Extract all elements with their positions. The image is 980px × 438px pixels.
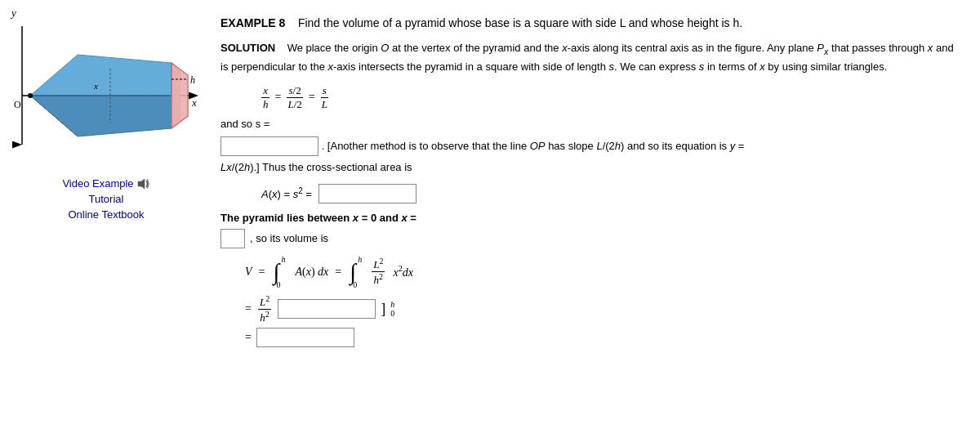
x-squared-dx: x2dx bbox=[393, 264, 412, 279]
frac-L2-h2-eval: L2 h2 bbox=[258, 294, 271, 325]
sidebar-links: Video Example Tutorial Online Textbook bbox=[62, 177, 149, 221]
s-value-input[interactable] bbox=[220, 136, 318, 156]
frac1-denom: h bbox=[261, 98, 270, 111]
x-eq-input-line: , so its volume is bbox=[220, 229, 956, 248]
area-label: A(x) = s2 = bbox=[261, 186, 312, 200]
int-lower-2: 0 bbox=[353, 280, 357, 289]
svg-text:x: x bbox=[191, 96, 197, 109]
eval-limits: h 0 bbox=[390, 300, 394, 318]
y-axis-label: y bbox=[11, 7, 16, 20]
right-panel: EXAMPLE 8 Find the volume of a pyramid w… bbox=[212, 0, 980, 438]
int-upper-1: h bbox=[281, 255, 285, 264]
example-title: EXAMPLE 8 Find the volume of a pyramid w… bbox=[220, 15, 956, 32]
example-number: EXAMPLE 8 bbox=[220, 16, 285, 29]
frac1-numer: x bbox=[261, 84, 270, 98]
svg-marker-10 bbox=[172, 63, 188, 128]
volume-section: V = h ∫ 0 A(x) dx = h ∫ 0 L2 h2 x2dx bbox=[245, 255, 956, 348]
tutorial-link[interactable]: Tutorial bbox=[89, 193, 124, 205]
example-problem: Find the volume of a pyramid whose base … bbox=[298, 16, 742, 29]
solution-paragraph: SOLUTION We place the origin O at the ve… bbox=[220, 40, 956, 76]
video-example-anchor[interactable]: Video Example bbox=[62, 177, 133, 190]
integral-line-1: V = h ∫ 0 A(x) dx = h ∫ 0 L2 h2 x2dx bbox=[245, 255, 956, 289]
bracket-note: . [Another method is to observe that the… bbox=[322, 140, 745, 152]
eval-input[interactable] bbox=[278, 299, 376, 319]
eval-bracket: ] bbox=[381, 301, 385, 318]
s-equals-input-line: . [Another method is to observe that the… bbox=[220, 136, 956, 157]
lx-note: Lx/(2h).] Thus the cross-sectional area … bbox=[220, 158, 956, 177]
final-line: = bbox=[245, 328, 956, 347]
left-panel: y x O bbox=[0, 0, 212, 438]
svg-text:x: x bbox=[93, 81, 98, 91]
svg-marker-6 bbox=[30, 55, 172, 96]
frac2-denom: L/2 bbox=[286, 98, 303, 111]
eq1: = bbox=[275, 91, 282, 104]
x-upper-input[interactable] bbox=[220, 229, 245, 248]
svg-point-16 bbox=[28, 93, 33, 98]
and-so-s-label: and so s = bbox=[220, 118, 956, 130]
fraction-s-L: s L bbox=[320, 84, 329, 111]
speaker-icon bbox=[137, 178, 150, 190]
eval-line: = L2 h2 ] h 0 bbox=[245, 294, 956, 325]
svg-text:O: O bbox=[14, 99, 21, 110]
online-textbook-link[interactable]: Online Textbook bbox=[69, 208, 145, 221]
solution-label: SOLUTION bbox=[220, 42, 275, 54]
svg-text:h: h bbox=[190, 74, 195, 86]
svg-marker-7 bbox=[30, 96, 172, 136]
area-value-input[interactable] bbox=[318, 184, 416, 203]
fraction-equation: x h = s/2 L/2 = s L bbox=[261, 84, 956, 111]
solution-text1: We place the origin O at the vertex of t… bbox=[220, 42, 954, 73]
final-answer-input[interactable] bbox=[256, 328, 354, 347]
video-example-link[interactable]: Video Example bbox=[62, 177, 149, 190]
frac-L2-h2: L2 h2 bbox=[372, 257, 385, 288]
fraction-s2-L2: s/2 L/2 bbox=[286, 84, 303, 111]
int-lower-1: 0 bbox=[276, 280, 280, 289]
int-upper-2: h bbox=[358, 255, 362, 264]
pyramid-lies-line: The pyramid lies between x = 0 and x = bbox=[220, 212, 956, 224]
so-volume-label: , so its volume is bbox=[250, 232, 328, 244]
fraction-x-h: x h bbox=[261, 84, 270, 111]
area-equation-line: A(x) = s2 = bbox=[261, 184, 956, 203]
pyramid-diagram: x O h x bbox=[12, 18, 200, 161]
frac2-numer: s/2 bbox=[287, 84, 302, 98]
svg-marker-18 bbox=[138, 179, 145, 189]
v-equals: V bbox=[245, 266, 252, 279]
frac3-denom: L bbox=[320, 98, 329, 111]
eq2: = bbox=[309, 91, 315, 104]
integrand-1: A(x) dx bbox=[295, 266, 328, 279]
frac3-numer: s bbox=[321, 84, 328, 98]
